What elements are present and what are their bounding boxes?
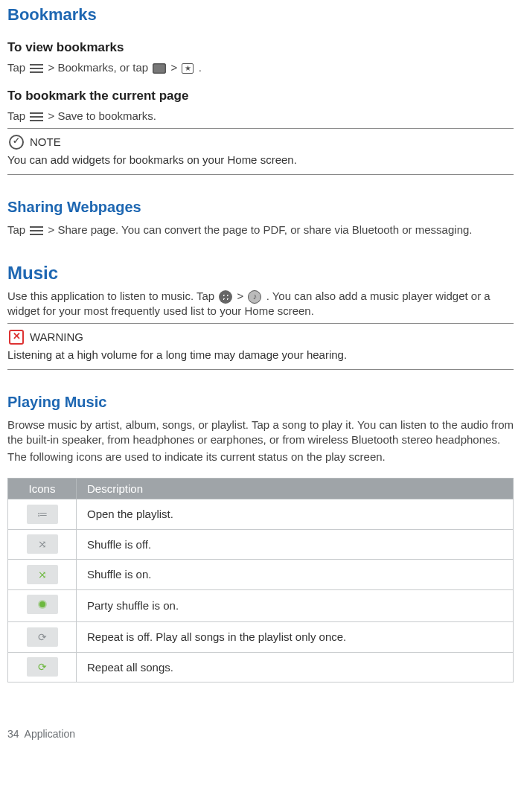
- text: > Bookmarks, or tap: [48, 61, 152, 74]
- table-row: ⟳Repeat is off. Play all songs in the pl…: [8, 622, 514, 653]
- text: Tap: [7, 223, 28, 236]
- table-icon-cell: [8, 589, 77, 622]
- table-desc-cell: Party shuffle is on.: [77, 589, 514, 622]
- table-desc-cell: Shuffle is off.: [77, 529, 514, 560]
- view-bookmarks-text: Tap > Bookmarks, or tap > .: [7, 60, 514, 75]
- music-intro: Use this application to listen to music.…: [7, 289, 514, 319]
- bookmarks-heading: Bookmarks: [7, 4, 514, 26]
- note-label: NOTE: [30, 135, 61, 150]
- note-callout: NOTE You can add widgets for bookmarks o…: [7, 128, 514, 176]
- playing-para2: The following icons are used to indicate…: [7, 450, 514, 464]
- sharing-heading: Sharing Webpages: [7, 197, 514, 217]
- text: > Save to bookmarks.: [48, 109, 157, 122]
- text: >: [237, 290, 247, 302]
- table-icon-cell: ⟳: [8, 622, 77, 653]
- menu-icon: [30, 226, 43, 235]
- table-desc-cell: Open the playlist.: [77, 499, 514, 530]
- warning-icon: [9, 330, 24, 345]
- text: >: [171, 61, 181, 74]
- warning-callout: WARNING Listening at a high volume for a…: [7, 323, 514, 371]
- table-row: ⤨Shuffle is on.: [8, 560, 514, 590]
- menu-icon: [30, 112, 43, 121]
- text: Tap: [7, 61, 28, 74]
- table-row: ≔Open the playlist.: [8, 499, 514, 530]
- warning-text: Listening at a high volume for a long ti…: [7, 348, 514, 362]
- music-heading: Music: [7, 261, 514, 284]
- icons-table: Icons Description ≔Open the playlist.⤨Sh…: [7, 478, 514, 683]
- status-icon: ⤨: [27, 565, 58, 584]
- table-desc-cell: Repeat is off. Play all songs in the pla…: [77, 622, 514, 653]
- table-row: Party shuffle is on.: [8, 589, 514, 622]
- table-icon-cell: ≔: [8, 499, 77, 530]
- view-bookmarks-subhead: To view bookmarks: [7, 39, 514, 56]
- playing-para1: Browse music by artist, album, songs, or…: [7, 418, 514, 447]
- status-icon: ⟳: [27, 657, 58, 677]
- apps-icon: [219, 290, 232, 304]
- page-number: 34: [7, 728, 19, 740]
- page-footer: 34 Application: [7, 727, 514, 741]
- table-row: ⟳Repeat all songs.: [8, 652, 514, 682]
- note-text: You can add widgets for bookmarks on you…: [7, 153, 514, 167]
- sharing-text: Tap > Share page. You can convert the pa…: [7, 223, 514, 237]
- bookmark-page-subhead: To bookmark the current page: [7, 88, 514, 104]
- table-desc-cell: Repeat all songs.: [77, 652, 514, 682]
- star-icon: [182, 63, 194, 74]
- status-icon: ⟳: [27, 627, 58, 647]
- table-icon-cell: ⤨: [8, 560, 77, 590]
- table-row: ⤨Shuffle is off.: [8, 529, 514, 560]
- playing-heading: Playing Music: [7, 392, 514, 412]
- section-name: Application: [25, 728, 76, 740]
- text: > Share page. You can convert the page t…: [48, 223, 473, 236]
- table-desc-cell: Shuffle is on.: [77, 560, 514, 590]
- table-header-desc: Description: [77, 478, 514, 499]
- table-header-icons: Icons: [8, 478, 77, 499]
- status-icon: ≔: [27, 505, 58, 524]
- warning-label: WARNING: [30, 330, 83, 345]
- status-icon: ⤨: [27, 534, 58, 554]
- bookmark-page-text: Tap > Save to bookmarks.: [7, 109, 514, 124]
- text: Use this application to listen to music.…: [7, 290, 217, 302]
- text: Tap: [7, 109, 28, 122]
- note-icon: [9, 135, 24, 150]
- music-icon: [248, 290, 261, 304]
- tabs-icon: [153, 63, 166, 74]
- table-icon-cell: ⤨: [8, 529, 77, 560]
- status-icon: [27, 595, 58, 614]
- table-icon-cell: ⟳: [8, 652, 77, 682]
- menu-icon: [30, 64, 43, 73]
- text: .: [199, 61, 202, 74]
